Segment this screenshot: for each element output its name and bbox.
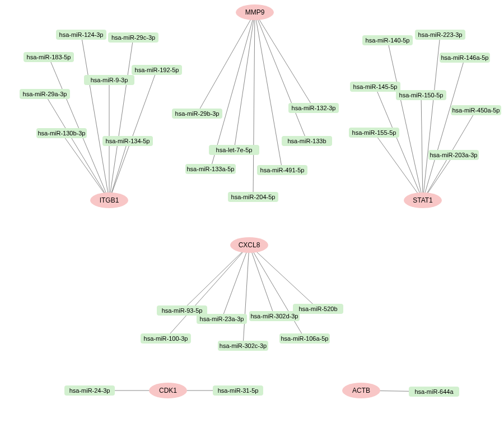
mirna-label: hsa-miR-29a-3p	[23, 91, 67, 97]
mirna-label: hsa-miR-520b	[298, 305, 337, 312]
edge	[375, 87, 423, 200]
gene-label: CXCL8	[239, 241, 260, 249]
edge	[253, 12, 255, 197]
gene-label: ACTB	[352, 387, 370, 394]
mirna-label: hsa-miR-644a	[414, 388, 454, 395]
gene-label: MMP9	[245, 8, 265, 16]
mirna-label: hsa-miR-302c-3p	[220, 342, 267, 349]
edge	[182, 245, 249, 311]
mirna-node[interactable]: hsa-miR-644a	[409, 387, 459, 397]
mirna-label: hsa-miR-146a-5p	[441, 54, 489, 61]
gene-node[interactable]: CXCL8	[230, 237, 268, 253]
edge	[388, 40, 423, 200]
mirna-node[interactable]: hsa-miR-29b-3p	[172, 109, 222, 119]
mirna-label: hsa-miR-100-3p	[144, 335, 188, 342]
edge	[249, 245, 318, 309]
mirna-label: hsa-miR-134-5p	[106, 138, 150, 144]
mirna-label: hsa-miR-93-5p	[162, 307, 203, 314]
mirna-node[interactable]: hsa-miR-204-5p	[228, 192, 278, 202]
mirna-label: hsa-miR-29c-3p	[111, 34, 155, 41]
mirna-node[interactable]: hsa-miR-223-3p	[415, 30, 465, 40]
edge	[423, 58, 465, 200]
mirna-label: hsa-miR-140-5p	[366, 37, 410, 44]
mirna-label: hsa-miR-302d-3p	[251, 313, 298, 319]
edge	[81, 35, 109, 200]
mirna-node[interactable]: hsa-miR-520b	[293, 304, 343, 314]
edge	[109, 37, 133, 200]
nodes-layer: MMP9ITGB1STAT1CXCL8CDK1ACTBhsa-miR-124-3…	[20, 4, 501, 398]
mirna-node[interactable]: hsa-miR-302d-3p	[249, 311, 300, 321]
mirna-label: hsa-miR-133b	[287, 138, 326, 144]
edge	[249, 245, 305, 338]
edge	[255, 12, 314, 108]
edge	[249, 245, 274, 316]
gene-node[interactable]: ACTB	[342, 383, 380, 398]
edge	[109, 141, 128, 200]
mirna-label: hsa-miR-106a-5p	[281, 335, 329, 342]
gene-node[interactable]: STAT1	[404, 192, 442, 208]
mirna-node[interactable]: hsa-miR-29c-3p	[108, 32, 158, 43]
mirna-label: hsa-let-7e-5p	[216, 147, 253, 153]
gene-label: CDK1	[159, 387, 177, 394]
edge	[243, 245, 249, 346]
mirna-node[interactable]: hsa-miR-24-3p	[64, 385, 115, 396]
edge	[255, 12, 307, 141]
mirna-label: hsa-miR-450a-5p	[452, 107, 500, 114]
mirna-node[interactable]: hsa-miR-155-5p	[349, 128, 399, 138]
mirna-node[interactable]: hsa-miR-133a-5p	[185, 164, 236, 174]
mirna-node[interactable]: hsa-miR-203a-3p	[428, 150, 479, 160]
mirna-node[interactable]: hsa-miR-145-5p	[350, 82, 400, 92]
mirna-node[interactable]: hsa-miR-150-5p	[396, 90, 446, 100]
mirna-label: hsa-miR-204-5p	[231, 194, 276, 200]
mirna-label: hsa-miR-132-3p	[292, 105, 336, 111]
gene-node[interactable]: CDK1	[149, 383, 187, 398]
edge	[45, 94, 109, 200]
mirna-node[interactable]: hsa-miR-29a-3p	[20, 89, 70, 99]
gene-node[interactable]: MMP9	[236, 4, 274, 20]
mirna-label: hsa-miR-203a-3p	[430, 152, 478, 158]
mirna-node[interactable]: hsa-miR-183-5p	[24, 52, 74, 62]
mirna-label: hsa-miR-133a-5p	[187, 166, 235, 172]
mirna-node[interactable]: hsa-miR-192-5p	[132, 65, 182, 75]
mirna-node[interactable]: hsa-miR-23a-3p	[197, 314, 247, 324]
mirna-label: hsa-miR-23a-3p	[200, 316, 244, 322]
mirna-label: hsa-miR-31-5p	[218, 387, 259, 394]
gene-node[interactable]: ITGB1	[90, 192, 128, 208]
edge	[109, 70, 157, 200]
mirna-node[interactable]: hsa-miR-133b	[282, 136, 332, 146]
mirna-gene-network: MMP9ITGB1STAT1CXCL8CDK1ACTBhsa-miR-124-3…	[0, 0, 504, 428]
edge	[197, 12, 255, 114]
edge	[166, 245, 249, 338]
mirna-node[interactable]: hsa-miR-132-3p	[288, 103, 339, 113]
mirna-node[interactable]: hsa-miR-124-3p	[56, 30, 106, 40]
mirna-label: hsa-miR-155-5p	[352, 129, 396, 136]
mirna-label: hsa-miR-9-3p	[91, 77, 128, 83]
mirna-label: hsa-miR-124-3p	[59, 31, 104, 38]
mirna-label: hsa-miR-183-5p	[27, 54, 71, 60]
mirna-node[interactable]: hsa-let-7e-5p	[209, 145, 259, 155]
mirna-node[interactable]: hsa-miR-302c-3p	[218, 341, 268, 351]
mirna-node[interactable]: hsa-miR-140-5p	[362, 35, 413, 45]
mirna-node[interactable]: hsa-miR-146a-5p	[440, 53, 490, 63]
mirna-label: hsa-miR-192-5p	[135, 67, 179, 73]
mirna-node[interactable]: hsa-miR-31-5p	[213, 385, 263, 396]
gene-label: ITGB1	[100, 196, 119, 204]
mirna-node[interactable]: hsa-miR-9-3p	[84, 75, 134, 85]
mirna-node[interactable]: hsa-miR-100-3p	[141, 333, 191, 344]
edge	[234, 12, 255, 150]
mirna-label: hsa-miR-150-5p	[399, 92, 444, 98]
gene-label: STAT1	[413, 196, 433, 204]
mirna-node[interactable]: hsa-miR-450a-5p	[451, 105, 501, 115]
mirna-node[interactable]: hsa-miR-134-5p	[102, 136, 153, 146]
mirna-label: hsa-miR-29b-3p	[175, 110, 220, 117]
mirna-label: hsa-miR-223-3p	[418, 31, 463, 38]
mirna-label: hsa-miR-130b-3p	[38, 130, 86, 137]
edge	[421, 95, 423, 200]
mirna-node[interactable]: hsa-miR-130b-3p	[36, 128, 87, 138]
mirna-label: hsa-miR-24-3p	[69, 387, 110, 394]
mirna-node[interactable]: hsa-miR-491-5p	[257, 165, 307, 175]
mirna-label: hsa-miR-145-5p	[353, 83, 398, 90]
mirna-node[interactable]: hsa-miR-106a-5p	[279, 333, 330, 344]
mirna-label: hsa-miR-491-5p	[260, 167, 305, 173]
